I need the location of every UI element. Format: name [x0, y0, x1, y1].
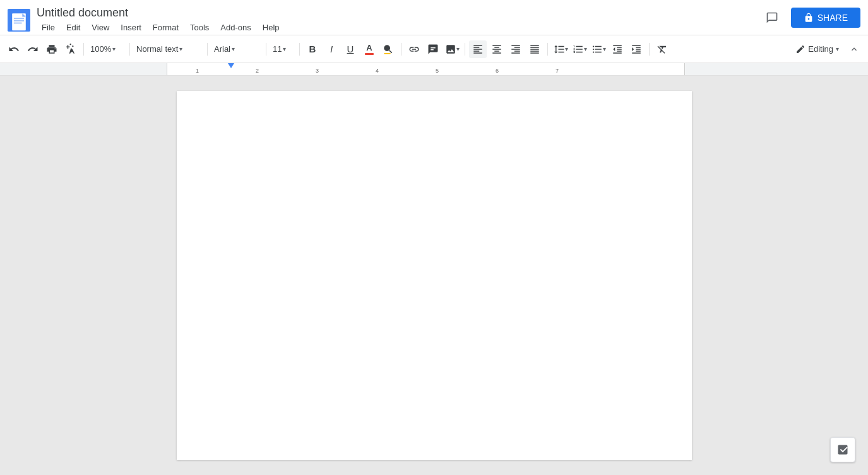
- text-color-button[interactable]: A: [360, 40, 378, 58]
- justify-button[interactable]: [526, 40, 544, 58]
- redo-button[interactable]: [24, 40, 42, 58]
- document-title[interactable]: Untitled document: [37, 6, 761, 20]
- font-value: Arial: [214, 44, 230, 54]
- align-left-button[interactable]: [469, 40, 487, 58]
- font-selector[interactable]: Arial ▾: [211, 40, 262, 58]
- text-color-label: A: [366, 43, 372, 52]
- title-bar: Untitled document File Edit View Insert …: [0, 0, 868, 35]
- svg-rect-4: [14, 22, 22, 23]
- align-right-button[interactable]: [507, 40, 525, 58]
- ruler-inner: 1 2 3 4 5 6 7: [167, 63, 685, 75]
- divider-7: [465, 43, 465, 56]
- editing-mode-label: Editing: [808, 44, 833, 54]
- divider-6: [401, 43, 401, 56]
- align-center-button[interactable]: [488, 40, 506, 58]
- font-arrow: ▾: [232, 45, 235, 52]
- insert-link-button[interactable]: [405, 40, 423, 58]
- share-button[interactable]: SHARE: [791, 8, 860, 28]
- page-editor[interactable]: [222, 136, 646, 389]
- text-color-bar: [365, 53, 374, 55]
- paint-format-button[interactable]: [62, 40, 80, 58]
- style-arrow: ▾: [179, 45, 182, 52]
- divider-5: [299, 43, 300, 56]
- menu-help[interactable]: Help: [258, 21, 285, 33]
- svg-rect-3: [14, 20, 24, 21]
- decrease-indent-button[interactable]: [609, 40, 626, 58]
- clear-formatting-button[interactable]: [653, 40, 671, 58]
- share-label: SHARE: [817, 13, 848, 23]
- zoom-value: 100%: [90, 44, 111, 54]
- ruler: 1 2 3 4 5 6 7: [0, 63, 868, 76]
- svg-rect-2: [14, 18, 24, 19]
- image-arrow: ▾: [456, 45, 460, 52]
- collapse-toolbar-button[interactable]: [845, 40, 863, 58]
- menu-bar: File Edit View Insert Format Tools Add-o…: [37, 21, 761, 33]
- line-spacing-button[interactable]: ▾: [552, 40, 569, 58]
- increase-indent-button[interactable]: [627, 40, 645, 58]
- divider-1: [83, 43, 84, 56]
- style-value: Normal text: [136, 44, 178, 54]
- divider-9: [649, 43, 650, 56]
- toolbar: 100% ▾ Normal text ▾ Arial ▾ 11 ▾ B I U …: [0, 35, 868, 63]
- editing-mode-arrow: ▾: [836, 45, 839, 52]
- editing-mode-button[interactable]: Editing ▾: [790, 42, 844, 57]
- comments-button[interactable]: [761, 6, 783, 29]
- style-selector[interactable]: Normal text ▾: [134, 40, 203, 58]
- font-size-selector[interactable]: 11 ▾: [270, 40, 295, 58]
- divider-2: [129, 43, 130, 56]
- menu-tools[interactable]: Tools: [185, 21, 214, 33]
- main-content-area: [0, 76, 868, 475]
- menu-file[interactable]: File: [37, 21, 60, 33]
- insert-comment-button[interactable]: [424, 40, 442, 58]
- underline-button[interactable]: U: [342, 40, 359, 58]
- italic-button[interactable]: I: [323, 40, 340, 58]
- menu-format[interactable]: Format: [148, 21, 184, 33]
- print-button[interactable]: [43, 40, 61, 58]
- size-arrow: ▾: [283, 45, 286, 52]
- menu-view[interactable]: View: [86, 21, 114, 33]
- divider-3: [207, 43, 208, 56]
- highlight-color-button[interactable]: [379, 40, 397, 58]
- zoom-arrow: ▾: [112, 45, 116, 52]
- numbered-list-button[interactable]: ▾: [571, 40, 588, 58]
- divider-8: [547, 43, 548, 56]
- zoom-selector[interactable]: 100% ▾: [88, 40, 126, 58]
- size-value: 11: [273, 44, 282, 54]
- menu-insert[interactable]: Insert: [116, 21, 146, 33]
- insert-image-button[interactable]: ▾: [443, 40, 461, 58]
- menu-addons[interactable]: Add-ons: [215, 21, 256, 33]
- ruler-marks: 1 2 3 4 5 6 7: [167, 63, 685, 75]
- undo-button[interactable]: [5, 40, 23, 58]
- document-page: [177, 91, 692, 460]
- ruler-tab[interactable]: [228, 63, 234, 68]
- title-area: Untitled document File Edit View Insert …: [37, 6, 761, 33]
- menu-edit[interactable]: Edit: [61, 21, 85, 33]
- docs-icon: [8, 9, 30, 32]
- fab-button[interactable]: [830, 437, 855, 462]
- svg-rect-7: [384, 53, 391, 54]
- divider-4: [266, 43, 266, 56]
- bold-button[interactable]: B: [304, 40, 321, 58]
- bulleted-list-button[interactable]: ▾: [590, 40, 607, 58]
- title-bar-right: SHARE: [761, 6, 860, 34]
